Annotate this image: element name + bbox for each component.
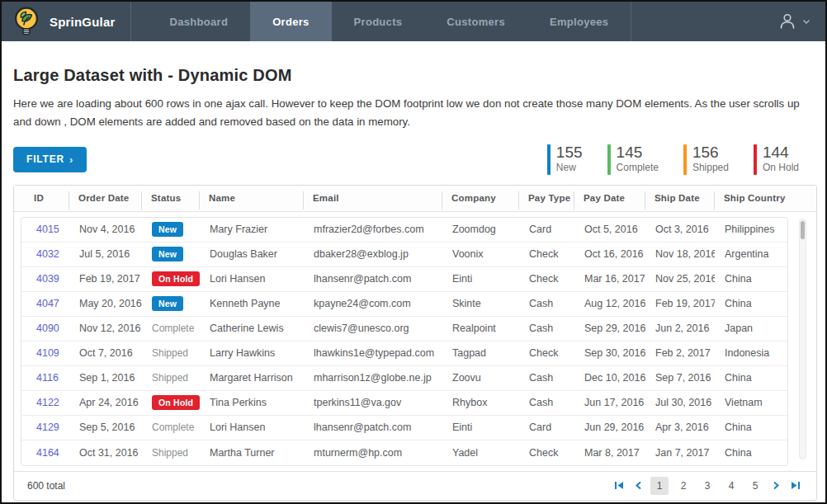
cell-pay-date: Sep 29, 2016	[574, 323, 645, 334]
table-row: 4015Nov 4, 2016NewMary Fraziermfrazier2d…	[21, 218, 787, 243]
cell-email: dbaker28@exblog.jp	[304, 248, 442, 260]
table-row: 4116Sep 1, 2016ShippedMargaret Harrisonm…	[21, 366, 787, 391]
stat-text: 155New	[556, 144, 583, 175]
cell-name: Tina Perkins	[200, 397, 304, 408]
nav-item-customers[interactable]: Customers	[424, 2, 527, 41]
grid-body-wrap: 4015Nov 4, 2016NewMary Fraziermfrazier2d…	[14, 212, 816, 471]
cell-order-date: Apr 24, 2016	[69, 397, 142, 408]
stat-shipped: 156Shipped	[683, 144, 729, 175]
nav-item-products[interactable]: Products	[332, 2, 425, 41]
cell-ship-date: Jan 7, 2017	[645, 447, 715, 459]
page-description: Here we are loading about 600 rows in on…	[13, 95, 814, 131]
next-page-button[interactable]	[770, 479, 782, 492]
order-id-link[interactable]: 4164	[36, 447, 59, 459]
status-badge: New	[152, 296, 183, 311]
cell-ship-date: Feb 19, 2017	[645, 298, 715, 309]
order-id-link[interactable]: 4032	[36, 248, 59, 260]
status-text: Shipped	[152, 372, 188, 384]
order-id-link[interactable]: 4047	[36, 298, 59, 309]
cell-status: New	[142, 296, 200, 311]
stat-value: 155	[556, 144, 583, 161]
cell-company: Skinte	[442, 298, 519, 309]
cell-pay-date: Dec 10, 2016	[574, 372, 645, 384]
column-header-status: Status	[141, 193, 199, 203]
page-number-5[interactable]: 5	[746, 477, 764, 495]
order-id-link[interactable]: 4129	[36, 422, 59, 433]
stat-value: 144	[763, 144, 799, 161]
filter-button[interactable]: FILTER ›	[13, 147, 87, 172]
order-id-link[interactable]: 4116	[36, 372, 59, 384]
cell-email: tperkins11@va.gov	[304, 397, 442, 408]
chevron-right-icon	[773, 481, 780, 490]
nav-item-orders[interactable]: Orders	[250, 2, 331, 41]
stat-color-bar	[754, 144, 757, 175]
page-number-2[interactable]: 2	[674, 477, 692, 495]
cell-pay-type: Cash	[519, 298, 574, 309]
cell-status: Shipped	[142, 347, 200, 359]
brand-logo-link[interactable]: SprinGular	[2, 2, 130, 41]
prev-page-button[interactable]	[632, 479, 645, 492]
cell-company: Tagpad	[442, 347, 519, 359]
nav-items: DashboardOrdersProductsCustomersEmployee…	[148, 2, 631, 41]
page-title: Large Dataset with - Dynamic DOM	[13, 66, 814, 85]
vertical-scrollbar[interactable]	[799, 219, 806, 459]
stat-on-hold: 144On Hold	[754, 144, 799, 175]
scrollbar-thumb[interactable]	[801, 221, 805, 239]
cell-ship-date: Apr 3, 2016	[645, 422, 715, 433]
column-header-order-date: Order Date	[69, 193, 141, 203]
nav-item-employees[interactable]: Employees	[527, 2, 631, 41]
cell-company: Yadel	[442, 447, 519, 459]
cell-pay-date: Jun 29, 2016	[574, 422, 645, 433]
grid-footer: 600 total 12345	[14, 471, 816, 500]
column-header-name: Name	[199, 193, 303, 203]
nav-divider	[130, 2, 131, 41]
stat-label: On Hold	[763, 162, 799, 173]
cell-email: mturnerm@hp.com	[304, 447, 442, 459]
cell-email: mharrison1z@globe.ne.jp	[304, 372, 442, 384]
page-number-4[interactable]: 4	[722, 477, 740, 495]
cell-ship-date: Feb 2, 2017	[645, 347, 715, 359]
toolbar: FILTER › 155New145Complete156Shipped144O…	[13, 144, 814, 175]
page-number-1[interactable]: 1	[650, 477, 669, 495]
table-row: 4039Feb 19, 2017On HoldLori Hansenlhanse…	[21, 267, 787, 292]
order-id-link[interactable]: 4015	[36, 224, 59, 235]
last-page-icon	[791, 481, 801, 490]
cell-status: On Hold	[142, 395, 200, 410]
cell-order-date: Oct 7, 2016	[69, 347, 142, 359]
stat-label: New	[556, 162, 583, 173]
cell-email: lhansenr@patch.com	[304, 273, 442, 285]
order-id-link[interactable]: 4039	[36, 273, 59, 285]
cell-pay-type: Check	[519, 347, 574, 359]
last-page-button[interactable]	[788, 479, 803, 492]
status-text: Complete	[152, 422, 194, 433]
stat-color-bar	[607, 144, 611, 175]
cell-ship-date: Jun 2, 2016	[645, 323, 715, 334]
chevron-down-icon	[802, 18, 810, 25]
status-badge: On Hold	[152, 271, 200, 286]
cell-id: 4109	[21, 347, 69, 359]
total-count-label: 600 total	[27, 480, 65, 492]
first-page-button[interactable]	[612, 479, 626, 492]
cell-name: Catherine Lewis	[200, 323, 304, 334]
cell-order-date: May 20, 2016	[69, 298, 142, 309]
cell-pay-type: Check	[519, 248, 574, 260]
cell-email: lhawkins1e@typepad.com	[304, 347, 442, 359]
cell-pay-type: Cash	[519, 323, 574, 334]
cell-email: lhansenr@patch.com	[304, 422, 442, 433]
order-id-link[interactable]: 4090	[36, 323, 59, 334]
column-header-ship-date: Ship Date	[645, 193, 714, 203]
user-menu-button[interactable]	[763, 2, 825, 41]
stat-label: Shipped	[692, 162, 729, 173]
cell-name: Kenneth Payne	[200, 298, 304, 309]
cell-ship-country: Argentina	[715, 248, 787, 260]
order-id-link[interactable]: 4122	[36, 397, 59, 408]
table-row: 4164Oct 31, 2016ShippedMartha Turnermtur…	[21, 440, 787, 465]
cell-company: Realpoint	[442, 323, 519, 334]
nav-item-dashboard[interactable]: Dashboard	[148, 2, 251, 41]
cell-name: Douglas Baker	[200, 248, 304, 260]
page-number-3[interactable]: 3	[698, 477, 716, 495]
cell-order-date: Jul 5, 2016	[69, 248, 142, 260]
pagination: 12345	[612, 477, 803, 495]
order-id-link[interactable]: 4109	[36, 347, 59, 359]
cell-company: Rhybox	[442, 397, 519, 408]
